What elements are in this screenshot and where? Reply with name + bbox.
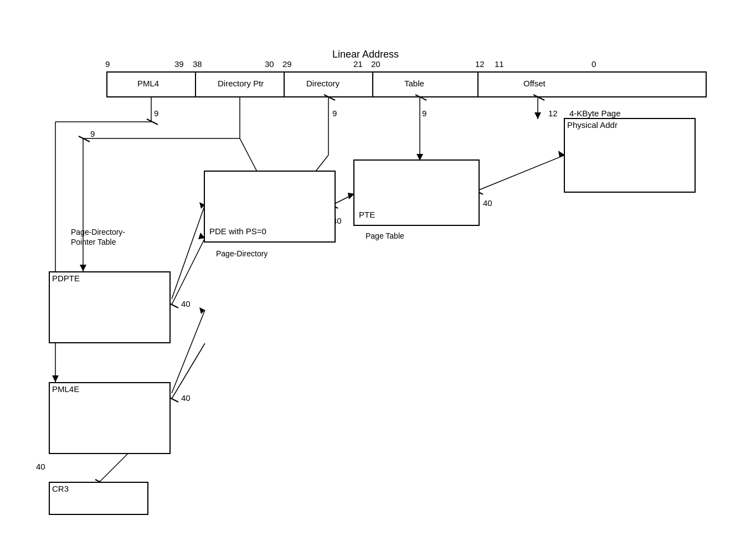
four-kbyte-page-label: 4-KByte Page bbox=[569, 109, 621, 118]
svg-line-24 bbox=[172, 343, 205, 399]
svg-line-44 bbox=[172, 310, 205, 393]
bit-38: 38 bbox=[193, 59, 202, 69]
bit-21: 21 bbox=[353, 59, 363, 69]
physical-addr-label: Physical Addr bbox=[565, 119, 620, 131]
page-table-label: Page Table bbox=[366, 231, 404, 240]
segment-pml4: PML4 bbox=[137, 79, 159, 88]
segment-dirptr: Directory Ptr bbox=[218, 79, 264, 88]
svg-line-13 bbox=[172, 238, 205, 305]
bits-9-pdpt: 9 bbox=[90, 129, 95, 138]
bit-29: 29 bbox=[282, 59, 292, 69]
bit-47: 9 bbox=[105, 59, 110, 69]
cr3-box: CR3 bbox=[49, 482, 148, 515]
svg-marker-45 bbox=[199, 307, 205, 314]
pt-box: PTE bbox=[353, 159, 480, 226]
pdpte-label: PDPTE bbox=[50, 272, 82, 284]
bits-40-cr3: 40 bbox=[36, 462, 45, 471]
bits-9-dirptr: 9 bbox=[332, 109, 337, 118]
svg-line-35 bbox=[415, 95, 426, 100]
bits-12-offset: 12 bbox=[548, 109, 558, 118]
pdpte-box: PDPTE bbox=[49, 271, 171, 343]
segment-table: Table bbox=[404, 79, 424, 88]
bits-9-pml4: 9 bbox=[154, 109, 158, 118]
bit-12: 12 bbox=[475, 59, 485, 69]
page-dir-ptr-table-label: Page-Directory-Pointer Table bbox=[71, 227, 125, 247]
svg-line-16 bbox=[332, 194, 354, 205]
bit-20: 20 bbox=[371, 59, 380, 69]
pml4e-label: PML4E bbox=[50, 383, 81, 395]
bits-40-pdpte: 40 bbox=[181, 299, 191, 308]
svg-line-20 bbox=[476, 155, 565, 191]
bits-9-dir: 9 bbox=[422, 109, 426, 118]
bit-11: 11 bbox=[495, 59, 504, 69]
pde-label: PDE with PS=0 bbox=[207, 225, 269, 237]
pd-box: PDE with PS=0 bbox=[204, 171, 336, 243]
physical-page-box: Physical Addr bbox=[564, 118, 696, 193]
segment-directory: Directory bbox=[306, 79, 340, 88]
diagram: Linear Address 9 39 38 30 29 21 20 12 11… bbox=[0, 0, 756, 541]
svg-line-36 bbox=[324, 95, 335, 100]
bit-30: 30 bbox=[265, 59, 274, 69]
cr3-label: CR3 bbox=[50, 483, 71, 494]
bits-40-pml4e: 40 bbox=[181, 393, 191, 403]
svg-marker-12 bbox=[80, 265, 86, 271]
bit-39: 39 bbox=[174, 59, 184, 69]
segment-offset: Offset bbox=[523, 79, 546, 88]
svg-line-28 bbox=[79, 136, 90, 142]
linear-address-title: Linear Address bbox=[332, 49, 399, 60]
svg-marker-23 bbox=[534, 112, 541, 119]
svg-line-27 bbox=[147, 119, 158, 125]
bits-40-pte: 40 bbox=[483, 198, 492, 208]
bit-0: 0 bbox=[592, 59, 596, 69]
svg-marker-8 bbox=[52, 375, 59, 382]
page-directory-label: Page-Directory bbox=[216, 249, 268, 258]
pml4e-box: PML4E bbox=[49, 382, 171, 454]
svg-line-34 bbox=[533, 95, 544, 100]
diagram-lines bbox=[0, 0, 756, 541]
svg-line-42 bbox=[172, 205, 205, 299]
pte-label: PTE bbox=[357, 209, 377, 220]
